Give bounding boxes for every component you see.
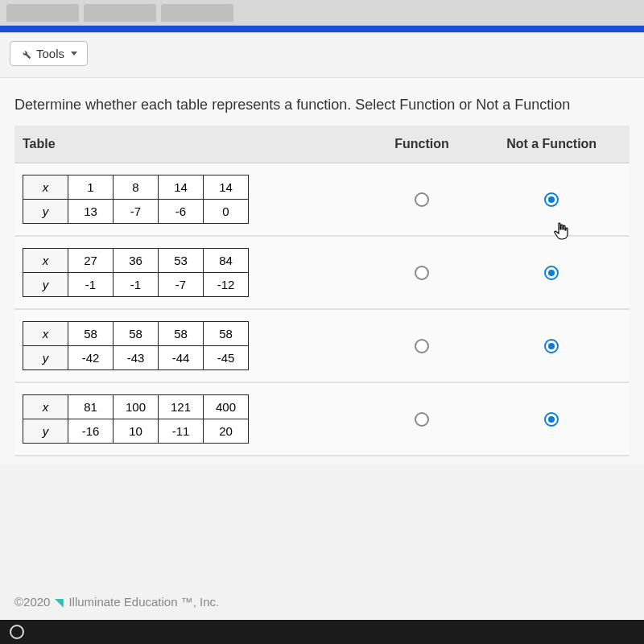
col-header-function: Function (370, 126, 473, 163)
y-value: -43 (114, 346, 159, 370)
x-value: 84 (204, 249, 249, 273)
toolbar: Tools (0, 33, 644, 78)
xy-table: x27365384y-1-1-7-12 (23, 248, 249, 297)
function-option-cell (370, 236, 473, 309)
not-function-option-cell (473, 309, 630, 382)
y-value: -1 (68, 273, 114, 297)
browser-tab[interactable] (84, 4, 156, 22)
y-value: -6 (159, 200, 204, 224)
radio-function[interactable] (415, 412, 429, 427)
x-label: x (23, 395, 68, 419)
radio-function[interactable] (415, 339, 429, 353)
data-table-cell: x181414y13-7-60 (14, 163, 370, 237)
col-header-not-function: Not a Function (473, 126, 630, 163)
x-label: x (23, 175, 68, 200)
y-value: -7 (114, 200, 159, 224)
y-value: -45 (204, 346, 249, 370)
data-table-cell: x58585858y-42-43-44-45 (14, 309, 370, 382)
radio-not-function[interactable] (544, 192, 559, 207)
y-label: y (23, 346, 68, 370)
y-value: -12 (204, 273, 249, 297)
x-label: x (23, 322, 68, 346)
os-taskbar (0, 620, 644, 644)
xy-table: x58585858y-42-43-44-45 (23, 321, 249, 370)
start-button-icon[interactable] (10, 625, 24, 639)
radio-function[interactable] (415, 192, 429, 207)
chevron-down-icon (71, 52, 77, 56)
not-function-option-cell (473, 163, 630, 237)
accent-bar (0, 26, 644, 32)
x-value: 27 (68, 249, 114, 273)
content-area: Tools Determine whether each table repre… (0, 32, 644, 644)
data-table-cell: x81100121400y-1610-1120 (14, 382, 370, 456)
y-value: -42 (68, 346, 114, 370)
x-value: 58 (68, 322, 114, 346)
y-value: 13 (68, 200, 114, 224)
x-value: 58 (204, 322, 249, 346)
not-function-option-cell (473, 382, 630, 456)
y-value: -7 (159, 273, 204, 297)
x-value: 1 (68, 175, 114, 200)
x-value: 14 (204, 175, 249, 200)
y-label: y (23, 273, 68, 297)
x-value: 36 (114, 249, 159, 273)
x-value: 53 (159, 249, 204, 273)
xy-table: x81100121400y-1610-1120 (23, 394, 249, 444)
function-option-cell (370, 382, 473, 456)
y-value: 0 (204, 200, 249, 224)
tools-dropdown[interactable]: Tools (10, 41, 88, 66)
y-value: -44 (159, 346, 204, 370)
tools-label: Tools (36, 47, 64, 60)
answer-row: x58585858y-42-43-44-45 (14, 309, 630, 382)
answer-grid: Table Function Not a Function x181414y13… (14, 126, 630, 456)
question-panel: Determine whether each table represents … (0, 78, 644, 464)
wrench-icon (20, 48, 31, 60)
y-value: -16 (68, 419, 114, 444)
y-value: 10 (114, 419, 159, 444)
x-value: 14 (159, 175, 204, 200)
answer-row: x81100121400y-1610-1120 (14, 382, 630, 456)
y-value: -11 (159, 419, 204, 444)
y-label: y (23, 419, 68, 444)
radio-not-function[interactable] (544, 412, 559, 427)
not-function-option-cell (473, 236, 630, 309)
question-prompt: Determine whether each table represents … (14, 96, 630, 114)
x-value: 58 (159, 322, 204, 346)
x-value: 100 (114, 395, 159, 419)
radio-function[interactable] (415, 266, 429, 280)
copyright-year: ©2020 (14, 595, 50, 609)
function-option-cell (370, 163, 473, 237)
copyright-footer: ©2020 ◥ Illuminate Education ™, Inc. (14, 595, 219, 609)
browser-tab[interactable] (161, 4, 233, 22)
x-value: 121 (159, 395, 204, 419)
function-option-cell (370, 309, 473, 382)
y-label: y (23, 200, 68, 224)
window-tab-strip (0, 0, 644, 26)
y-value: 20 (204, 419, 249, 444)
radio-not-function[interactable] (544, 339, 559, 353)
x-value: 58 (114, 322, 159, 346)
x-value: 400 (204, 395, 249, 419)
x-value: 81 (68, 395, 114, 419)
xy-table: x181414y13-7-60 (23, 175, 249, 224)
col-header-table: Table (14, 126, 370, 163)
brand-name: Illuminate Education ™, Inc. (68, 595, 219, 609)
x-label: x (23, 249, 68, 273)
answer-row: x27365384y-1-1-7-12 (14, 236, 630, 309)
data-table-cell: x27365384y-1-1-7-12 (14, 236, 370, 309)
radio-not-function[interactable] (544, 266, 559, 280)
y-value: -1 (114, 273, 159, 297)
answer-row: x181414y13-7-60 (14, 163, 630, 237)
x-value: 8 (114, 175, 159, 200)
browser-tab[interactable] (6, 4, 79, 22)
brand-icon: ◥ (55, 596, 64, 609)
